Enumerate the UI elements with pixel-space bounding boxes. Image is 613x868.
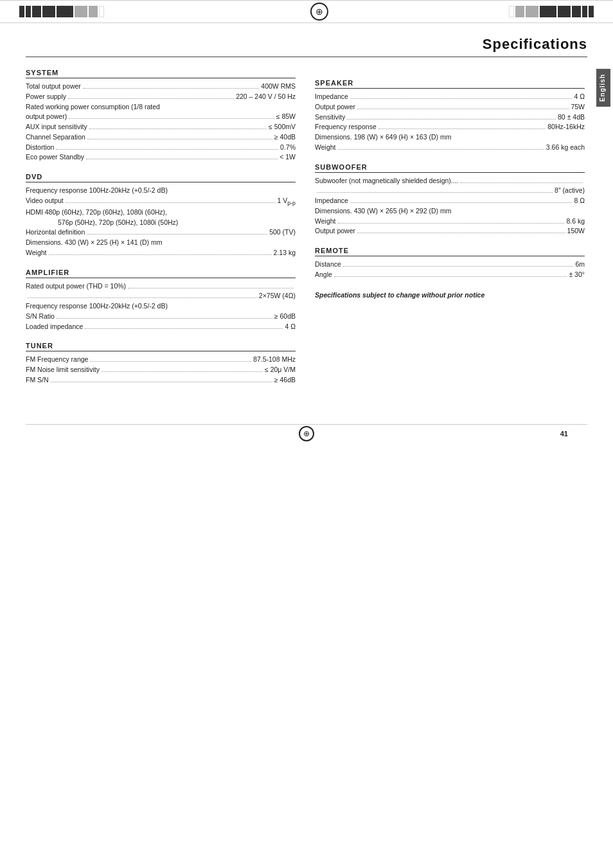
deco-block <box>42 6 55 17</box>
deco-block <box>19 6 24 17</box>
spec-row: Sensitivity 80 ± 4dB <box>315 112 585 123</box>
spec-row: Weight 2.13 kg <box>26 248 296 258</box>
spec-row: 2×75W (4Ω) <box>26 291 296 301</box>
page-number: 41 <box>560 430 568 438</box>
deco-block <box>509 6 514 17</box>
page-title: Specifications <box>483 36 587 53</box>
system-heading: SYSTEM <box>26 69 296 78</box>
deco-block <box>75 6 87 17</box>
tuner-heading: TUNER <box>26 342 296 351</box>
amplifier-section: Rated output power (THD = 10%) 2×75W (4Ω… <box>26 281 296 332</box>
page-content: Specifications SYSTEM Total output power… <box>0 23 613 468</box>
spec-row: 576p (50Hz), 720p (50Hz), 1080i (50Hz) <box>26 218 296 228</box>
dvd-section: Frequency response 100Hz-20kHz (+0.5/-2 … <box>26 186 296 258</box>
spec-row: output power) ≤ 85W <box>26 112 296 122</box>
dvd-heading: DVD <box>26 173 296 182</box>
spec-row: Frequency response 100Hz-20kHz (+0.5/-2 … <box>26 301 296 312</box>
header-deco-left <box>19 6 104 17</box>
tuner-section: FM Frequency range 87.5-108 MHz FM Noise… <box>26 355 296 385</box>
spec-row: Rated output power (THD = 10%) <box>26 281 296 292</box>
compass-icon: ⊕ <box>310 3 328 21</box>
deco-block <box>515 6 524 17</box>
spec-row: Distortion 0.7% <box>26 143 296 153</box>
deco-block <box>89 6 98 17</box>
spec-row: Output power 75W <box>315 102 585 112</box>
deco-block <box>526 6 538 17</box>
deco-block <box>540 6 556 17</box>
header-deco-right <box>509 6 594 17</box>
footer-bar: ⊕ 41 <box>26 424 587 443</box>
spec-row: FM S/N ≥ 46dB <box>26 375 296 385</box>
title-bar: Specifications <box>26 36 587 57</box>
speaker-section: Impedance 4 Ω Output power 75W Sensitivi… <box>315 92 585 153</box>
right-column: English SPEAKER Impedance 4 Ω Output pow… <box>315 69 585 385</box>
notice-text: Specifications subject to change without… <box>315 290 585 301</box>
spec-row: Angle ± 30° <box>315 270 585 280</box>
spec-row: Frequency response 100Hz-20kHz (+0.5/-2 … <box>26 186 296 196</box>
spec-row: Distance 6m <box>315 260 585 270</box>
spec-row: Output power 150W <box>315 226 585 236</box>
spec-row: Subwoofer (not magnetically shielded des… <box>315 176 585 186</box>
spec-row: S/N Ratio ≥ 60dB <box>26 312 296 322</box>
spec-row: Frequency response 80Hz-16kHz <box>315 122 585 132</box>
subwoofer-heading: SUBWOOFER <box>315 163 585 173</box>
spec-row: Channel Separation ≥ 40dB <box>26 132 296 143</box>
remote-section: Distance 6m Angle ± 30° <box>315 260 585 280</box>
spec-row: Total output power 400W RMS <box>26 82 296 92</box>
speaker-heading: SPEAKER <box>315 79 585 89</box>
deco-block <box>99 6 104 17</box>
spec-row: FM Frequency range 87.5-108 MHz <box>26 355 296 365</box>
spec-row: Dimensions. 430 (W) × 265 (H) × 292 (D) … <box>315 206 585 217</box>
spec-row: Video output 1 Vp-p <box>26 196 296 208</box>
deco-block <box>57 6 73 17</box>
spec-row: Weight 8.6 kg <box>315 217 585 227</box>
deco-block <box>589 6 594 17</box>
system-section: Total output power 400W RMS Power supply… <box>26 82 296 163</box>
spec-row: FM Noise limit sensitivity ≤ 20μ V/M <box>26 365 296 375</box>
spec-row: Impedance 8 Ω <box>315 196 585 206</box>
spec-row: Impedance 4 Ω <box>315 92 585 102</box>
spec-row: Power supply 220 – 240 V / 50 Hz <box>26 92 296 102</box>
spec-row: Dimensions. 430 (W) × 225 (H) × 141 (D) … <box>26 238 296 248</box>
deco-block <box>32 6 41 17</box>
header-bar: ⊕ <box>0 0 613 23</box>
spec-row: Eco power Standby < 1W <box>26 152 296 163</box>
spec-row: Horizontal definition 500 (TV) <box>26 227 296 238</box>
spec-row: Dimensions. 198 (W) × 649 (H) × 163 (D) … <box>315 132 585 143</box>
amplifier-heading: AMPLIFIER <box>26 269 296 278</box>
spec-row: Weight 3.66 kg each <box>315 143 585 153</box>
spec-row: Rated working power consumption (1/8 rat… <box>26 102 296 112</box>
spec-row: AUX input sensitivity ≤ 500mV <box>26 122 296 132</box>
spec-row: 8″ (active) <box>315 186 585 196</box>
deco-block <box>582 6 587 17</box>
subwoofer-section: Subwoofer (not magnetically shielded des… <box>315 176 585 237</box>
spec-row: Loaded impedance 4 Ω <box>26 322 296 332</box>
deco-block <box>26 6 31 17</box>
remote-heading: REMOTE <box>315 247 585 256</box>
deco-block <box>558 6 571 17</box>
left-column: SYSTEM Total output power 400W RMS Power… <box>26 69 296 385</box>
deco-block <box>572 6 581 17</box>
spec-row: HDMI 480p (60Hz), 720p (60Hz), 1080i (60… <box>26 208 296 218</box>
main-columns: SYSTEM Total output power 400W RMS Power… <box>26 69 587 385</box>
english-tab: English <box>596 69 610 107</box>
footer-compass-icon: ⊕ <box>299 426 314 441</box>
